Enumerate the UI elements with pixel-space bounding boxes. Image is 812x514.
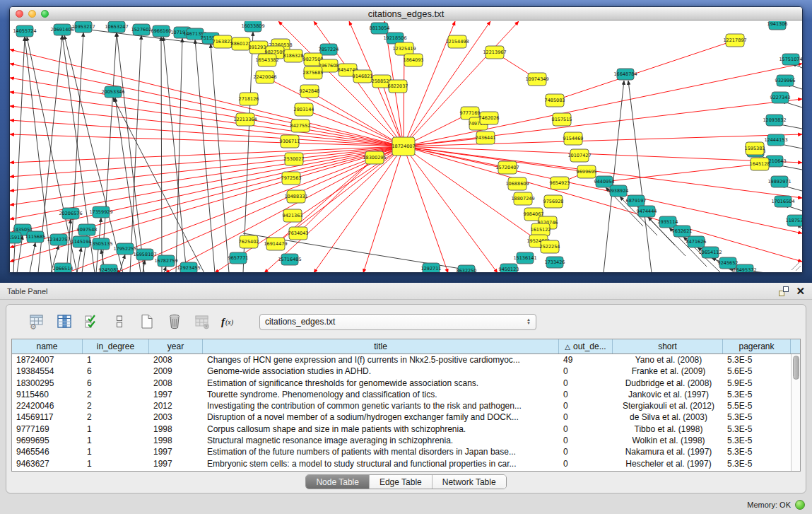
network-window-titlebar[interactable]: citations_edges.txt [10,7,802,21]
table-cell[interactable]: 1 [83,435,149,446]
graph-node[interactable]: 12342757 [47,234,70,245]
table-cell[interactable]: 2 [83,389,149,400]
graph-node[interactable]: 1115685 [25,231,46,243]
graph-node[interactable]: 7485083 [545,94,565,107]
table-cell[interactable]: 1 [83,458,149,469]
table-cell[interactable]: Wolkin et al. (1998) [613,435,723,446]
table-cell[interactable]: 5.3E-5 [723,354,791,366]
graph-node[interactable]: 10953217 [71,21,95,33]
network-canvas[interactable]: 1405572420691406109532171065324715276026… [10,21,802,273]
graph-node[interactable]: 9699695 [577,165,597,178]
table-cell[interactable]: 2009 [149,366,203,377]
table-cell[interactable]: 1997 [149,458,203,469]
graph-node[interactable]: 12213967 [483,46,506,59]
table-cell[interactable]: 22420046 [12,400,83,411]
graph-node[interactable]: 19892971 [767,176,791,187]
table-settings-button[interactable]: ⚙ [28,313,46,331]
resize-grip-icon[interactable] [792,262,801,271]
table-cell[interactable]: Hescheler et al. (1997) [613,458,723,469]
graph-node[interactable]: 14055724 [13,25,36,37]
table-cell[interactable]: Tibbo et al. (1998) [613,424,723,435]
graph-node[interactable]: 12154498 [445,35,469,48]
table-cell[interactable]: 18724007 [12,354,83,366]
table-cell[interactable]: Yano et al. (2008) [613,354,723,366]
table-cell[interactable]: 5.3E-5 [723,389,791,400]
table-cell[interactable]: Investigating the contribution of common… [203,400,559,411]
graph-node[interactable]: 12444153 [764,134,787,146]
show-column-button[interactable] [55,313,73,331]
select-visible-columns-button[interactable] [83,313,101,331]
table-cell[interactable]: Changes of HCN gene expression and I(f) … [203,354,559,366]
graph-node[interactable]: 12093832 [763,115,786,126]
graph-node[interactable]: 1864093 [404,54,424,66]
graph-node[interactable]: 16782759 [154,255,177,267]
graph-node[interactable]: 16648784 [613,69,637,80]
graph-node[interactable]: 6822037 [388,80,408,93]
table-cell[interactable]: 1998 [149,424,203,435]
graph-node[interactable]: 17359929 [89,206,112,218]
close-panel-icon[interactable]: ✕ [796,286,805,296]
scrollbar-thumb[interactable] [793,356,799,380]
float-panel-icon[interactable] [779,286,789,296]
create-new-table-button[interactable] [138,313,156,331]
graph-node[interactable]: 9421363 [283,209,303,222]
table-cell[interactable]: 9463627 [12,458,83,469]
tab-edge-table[interactable]: Edge Table [370,475,433,489]
graph-node[interactable]: 12217897 [723,34,746,47]
delete-rows-button[interactable] [165,313,184,331]
table-cell[interactable]: Tourette syndrome. Phenomenology and cla… [203,389,559,400]
table-row[interactable]: 1830029562008Estimation of significance … [12,378,791,389]
graph-node[interactable]: 22420046 [253,71,276,83]
table-cell[interactable]: 2008 [149,354,203,366]
graph-node[interactable]: 9654923 [550,177,570,189]
table-row[interactable]: 946554611997Estimation of the future num… [12,446,791,457]
graph-node[interactable]: 7163822 [213,35,233,48]
graph-node[interactable]: 15720407 [495,161,519,174]
graph-node[interactable]: 8471626 [686,236,707,247]
graph-node[interactable]: 8938924 [608,185,629,197]
table-cell[interactable]: 0 [559,424,613,435]
graph-node[interactable]: 7462026 [479,112,500,124]
graph-node[interactable]: 10653247 [105,21,128,33]
tab-node-table[interactable]: Node Table [306,475,370,489]
table-cell[interactable]: Jankovic et al. (1997) [613,389,723,400]
graph-node[interactable]: 6966160 [151,25,172,37]
table-row[interactable]: 1456911722003Disruption of a novel membe… [12,411,791,423]
graph-node[interactable]: 1941306 [767,21,788,30]
row-layout-button[interactable] [110,313,129,331]
table-cell[interactable]: 0 [559,458,613,469]
graph-node[interactable]: 10654112 [698,247,722,258]
graph-node[interactable]: 8427552 [290,119,311,132]
graph-node[interactable]: 9474444 [637,206,657,217]
column-header-year[interactable]: year [149,339,203,354]
table-cell[interactable]: 5.5E-5 [723,400,791,411]
table-cell[interactable]: Estimation of the future numbers of pati… [203,446,559,457]
table-cell[interactable]: 18300295 [12,378,83,389]
graph-node[interactable]: 9242848 [300,85,320,98]
graph-node[interactable]: 9329966 [775,75,796,86]
tab-network-table[interactable]: Network Table [433,475,506,489]
delete-table-button[interactable] [193,313,211,331]
graph-node[interactable]: 16033809 [241,21,264,32]
graph-node[interactable]: 2530027 [284,153,305,165]
table-cell[interactable]: 9115460 [12,389,83,400]
graph-node[interactable]: 18724007 [392,137,415,156]
graph-node[interactable]: 2718126 [239,93,259,105]
table-cell[interactable]: Dudbridge et al. (2008) [613,378,723,389]
graph-node[interactable]: 1527602 [131,24,152,35]
graph-node[interactable]: 3915911 [10,232,23,243]
graph-node[interactable]: 7634043 [288,227,309,240]
graph-node[interactable]: 1145194 [71,236,92,247]
graph-node[interactable]: 17016504 [771,196,794,207]
graph-node[interactable]: 9154469 [563,132,584,145]
graph-node[interactable]: 6879197 [626,195,647,206]
column-header-name[interactable]: name [12,339,83,354]
column-header-in-degree[interactable]: in_degree [83,339,149,354]
graph-node[interactable]: 12213364 [233,113,257,126]
table-cell[interactable]: 5.6E-5 [723,366,791,377]
graph-node[interactable]: 1645128 [750,158,770,170]
graph-node[interactable]: 7632621 [672,226,693,237]
graph-node[interactable]: 2066514 [53,263,73,273]
graph-node[interactable]: 16958107 [133,249,156,260]
table-cell[interactable]: Franke et al. (2009) [613,366,723,377]
